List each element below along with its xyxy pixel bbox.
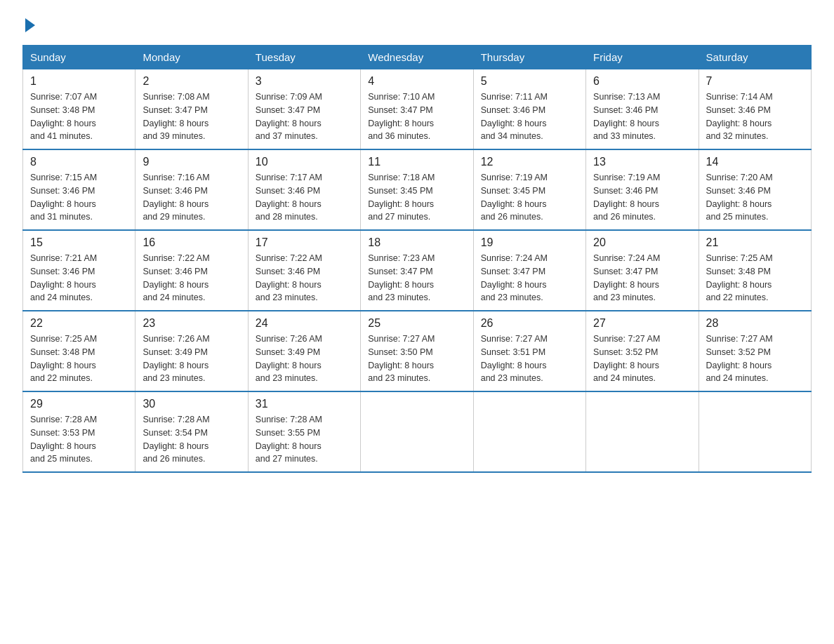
header-monday: Monday <box>135 46 248 69</box>
day-number: 26 <box>481 317 578 330</box>
day-info: Sunrise: 7:26 AMSunset: 3:49 PMDaylight:… <box>143 334 209 383</box>
day-number: 4 <box>368 75 465 88</box>
calendar-cell: 11 Sunrise: 7:18 AMSunset: 3:45 PMDaylig… <box>361 149 473 230</box>
day-info: Sunrise: 7:25 AMSunset: 3:48 PMDaylight:… <box>30 334 97 383</box>
calendar-cell: 2 Sunrise: 7:08 AMSunset: 3:47 PMDayligh… <box>135 69 248 150</box>
calendar-week-row: 15 Sunrise: 7:21 AMSunset: 3:46 PMDaylig… <box>23 230 812 311</box>
day-number: 23 <box>143 317 240 330</box>
calendar-week-row: 8 Sunrise: 7:15 AMSunset: 3:46 PMDayligh… <box>23 149 812 230</box>
calendar-cell: 28 Sunrise: 7:27 AMSunset: 3:52 PMDaylig… <box>699 311 811 391</box>
calendar-cell: 25 Sunrise: 7:27 AMSunset: 3:50 PMDaylig… <box>361 311 473 391</box>
logo <box>22 17 35 31</box>
calendar-week-row: 22 Sunrise: 7:25 AMSunset: 3:48 PMDaylig… <box>23 311 812 391</box>
day-number: 27 <box>593 317 691 330</box>
calendar-cell: 12 Sunrise: 7:19 AMSunset: 3:45 PMDaylig… <box>473 149 585 230</box>
calendar-header-row: SundayMondayTuesdayWednesdayThursdayFrid… <box>23 46 812 69</box>
calendar-cell: 16 Sunrise: 7:22 AMSunset: 3:46 PMDaylig… <box>135 230 248 311</box>
calendar-cell <box>586 391 699 472</box>
calendar-cell: 19 Sunrise: 7:24 AMSunset: 3:47 PMDaylig… <box>473 230 585 311</box>
day-number: 13 <box>593 156 691 168</box>
calendar-cell: 29 Sunrise: 7:28 AMSunset: 3:53 PMDaylig… <box>23 391 135 472</box>
day-number: 21 <box>706 236 804 249</box>
day-info: Sunrise: 7:26 AMSunset: 3:49 PMDaylight:… <box>256 334 322 383</box>
day-number: 11 <box>368 156 465 168</box>
day-info: Sunrise: 7:13 AMSunset: 3:46 PMDaylight:… <box>593 92 660 141</box>
day-info: Sunrise: 7:21 AMSunset: 3:46 PMDaylight:… <box>30 253 97 302</box>
calendar-cell: 6 Sunrise: 7:13 AMSunset: 3:46 PMDayligh… <box>586 69 699 150</box>
calendar-cell: 31 Sunrise: 7:28 AMSunset: 3:55 PMDaylig… <box>248 391 360 472</box>
day-info: Sunrise: 7:22 AMSunset: 3:46 PMDaylight:… <box>256 253 322 302</box>
day-info: Sunrise: 7:08 AMSunset: 3:47 PMDaylight:… <box>143 92 209 141</box>
calendar-cell: 21 Sunrise: 7:25 AMSunset: 3:48 PMDaylig… <box>699 230 811 311</box>
day-number: 14 <box>706 156 804 168</box>
day-info: Sunrise: 7:17 AMSunset: 3:46 PMDaylight:… <box>256 173 322 222</box>
calendar-cell: 8 Sunrise: 7:15 AMSunset: 3:46 PMDayligh… <box>23 149 135 230</box>
calendar-cell: 13 Sunrise: 7:19 AMSunset: 3:46 PMDaylig… <box>586 149 699 230</box>
day-info: Sunrise: 7:09 AMSunset: 3:47 PMDaylight:… <box>256 92 322 141</box>
day-info: Sunrise: 7:22 AMSunset: 3:46 PMDaylight:… <box>143 253 209 302</box>
day-info: Sunrise: 7:28 AMSunset: 3:53 PMDaylight:… <box>30 415 97 464</box>
day-number: 3 <box>256 75 353 88</box>
day-info: Sunrise: 7:24 AMSunset: 3:47 PMDaylight:… <box>481 253 548 302</box>
day-number: 12 <box>481 156 578 168</box>
calendar-cell: 5 Sunrise: 7:11 AMSunset: 3:46 PMDayligh… <box>473 69 585 150</box>
calendar-cell <box>699 391 811 472</box>
day-number: 22 <box>30 317 128 330</box>
calendar-cell: 1 Sunrise: 7:07 AMSunset: 3:48 PMDayligh… <box>23 69 135 150</box>
day-number: 10 <box>256 156 353 168</box>
calendar-cell: 4 Sunrise: 7:10 AMSunset: 3:47 PMDayligh… <box>361 69 473 150</box>
day-info: Sunrise: 7:10 AMSunset: 3:47 PMDaylight:… <box>368 92 435 141</box>
day-info: Sunrise: 7:19 AMSunset: 3:45 PMDaylight:… <box>481 173 548 222</box>
day-info: Sunrise: 7:23 AMSunset: 3:47 PMDaylight:… <box>368 253 435 302</box>
day-number: 2 <box>143 75 240 88</box>
header-sunday: Sunday <box>23 46 135 69</box>
header-saturday: Saturday <box>699 46 811 69</box>
day-number: 5 <box>481 75 578 88</box>
calendar-week-row: 1 Sunrise: 7:07 AMSunset: 3:48 PMDayligh… <box>23 69 812 150</box>
day-number: 9 <box>143 156 240 168</box>
day-number: 17 <box>256 236 353 249</box>
calendar-cell: 24 Sunrise: 7:26 AMSunset: 3:49 PMDaylig… <box>248 311 360 391</box>
day-info: Sunrise: 7:24 AMSunset: 3:47 PMDaylight:… <box>593 253 660 302</box>
header-thursday: Thursday <box>473 46 585 69</box>
day-info: Sunrise: 7:27 AMSunset: 3:52 PMDaylight:… <box>706 334 773 383</box>
day-number: 28 <box>706 317 804 330</box>
calendar-cell <box>473 391 585 472</box>
day-info: Sunrise: 7:16 AMSunset: 3:46 PMDaylight:… <box>143 173 209 222</box>
day-info: Sunrise: 7:11 AMSunset: 3:46 PMDaylight:… <box>481 92 548 141</box>
day-info: Sunrise: 7:27 AMSunset: 3:52 PMDaylight:… <box>593 334 660 383</box>
day-number: 25 <box>368 317 465 330</box>
day-info: Sunrise: 7:20 AMSunset: 3:46 PMDaylight:… <box>706 173 773 222</box>
day-number: 16 <box>143 236 240 249</box>
calendar-cell: 7 Sunrise: 7:14 AMSunset: 3:46 PMDayligh… <box>699 69 811 150</box>
day-info: Sunrise: 7:14 AMSunset: 3:46 PMDaylight:… <box>706 92 773 141</box>
header-tuesday: Tuesday <box>248 46 360 69</box>
day-number: 8 <box>30 156 128 168</box>
day-info: Sunrise: 7:18 AMSunset: 3:45 PMDaylight:… <box>368 173 435 222</box>
calendar-cell: 22 Sunrise: 7:25 AMSunset: 3:48 PMDaylig… <box>23 311 135 391</box>
calendar-cell: 20 Sunrise: 7:24 AMSunset: 3:47 PMDaylig… <box>586 230 699 311</box>
day-number: 15 <box>30 236 128 249</box>
day-number: 7 <box>706 75 804 88</box>
calendar-cell: 23 Sunrise: 7:26 AMSunset: 3:49 PMDaylig… <box>135 311 248 391</box>
day-info: Sunrise: 7:27 AMSunset: 3:50 PMDaylight:… <box>368 334 435 383</box>
day-info: Sunrise: 7:28 AMSunset: 3:54 PMDaylight:… <box>143 415 209 464</box>
day-info: Sunrise: 7:28 AMSunset: 3:55 PMDaylight:… <box>256 415 322 464</box>
calendar-cell: 15 Sunrise: 7:21 AMSunset: 3:46 PMDaylig… <box>23 230 135 311</box>
logo-triangle-icon <box>25 18 35 32</box>
day-number: 1 <box>30 75 128 88</box>
calendar-cell: 26 Sunrise: 7:27 AMSunset: 3:51 PMDaylig… <box>473 311 585 391</box>
calendar-cell: 14 Sunrise: 7:20 AMSunset: 3:46 PMDaylig… <box>699 149 811 230</box>
day-number: 24 <box>256 317 353 330</box>
header-friday: Friday <box>586 46 699 69</box>
calendar-cell: 27 Sunrise: 7:27 AMSunset: 3:52 PMDaylig… <box>586 311 699 391</box>
day-number: 30 <box>143 398 240 410</box>
day-number: 31 <box>256 398 353 410</box>
calendar-cell: 9 Sunrise: 7:16 AMSunset: 3:46 PMDayligh… <box>135 149 248 230</box>
day-number: 19 <box>481 236 578 249</box>
calendar-table: SundayMondayTuesdayWednesdayThursdayFrid… <box>22 45 812 473</box>
day-info: Sunrise: 7:25 AMSunset: 3:48 PMDaylight:… <box>706 253 773 302</box>
header-wednesday: Wednesday <box>361 46 473 69</box>
day-number: 6 <box>593 75 691 88</box>
calendar-cell <box>361 391 473 472</box>
